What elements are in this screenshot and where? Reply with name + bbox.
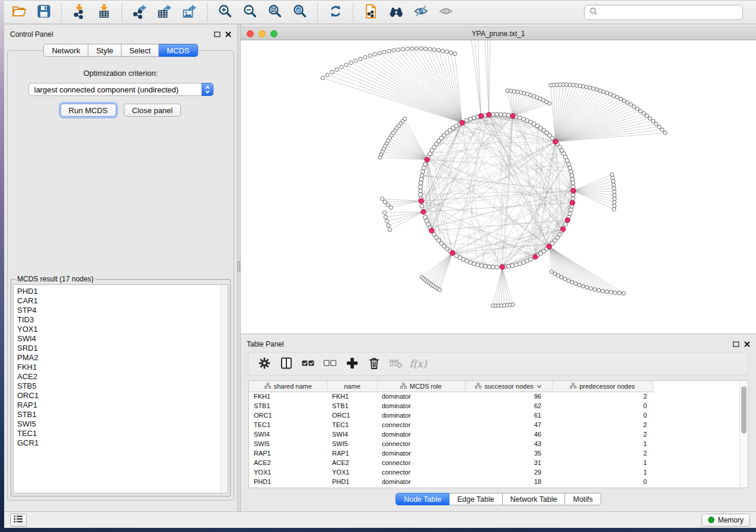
control-panel-tabs: Network Style Select MCDS bbox=[4, 44, 237, 57]
network-graph[interactable] bbox=[241, 40, 756, 334]
table-row[interactable]: SWI4SWI4dominator462 bbox=[249, 430, 653, 439]
tab-network-table[interactable]: Network Table bbox=[503, 493, 566, 505]
zoom-out-button[interactable] bbox=[240, 3, 260, 22]
control-panel: Control Panel Network Style Select MCDS … bbox=[4, 24, 237, 511]
import-network-button[interactable] bbox=[69, 3, 90, 22]
search-box[interactable] bbox=[584, 5, 743, 20]
zoom-in-icon bbox=[218, 4, 233, 21]
column-header-mcds-role[interactable]: MCDS role bbox=[377, 381, 465, 392]
network-canvas[interactable] bbox=[241, 40, 756, 334]
show-graphics-button[interactable] bbox=[436, 3, 456, 22]
close-window-icon[interactable] bbox=[247, 30, 254, 37]
mcds-result-listbox[interactable]: PHD1CAR1STP4TID3YOX1SWI4SRD1PMA2FKH1ACE2… bbox=[13, 284, 228, 493]
toolbar-separator bbox=[207, 3, 208, 21]
mcds-result-item[interactable]: ORC1 bbox=[17, 391, 228, 400]
mcds-list-scrollbar[interactable] bbox=[221, 285, 228, 493]
mcds-result-item[interactable]: FKH1 bbox=[17, 363, 228, 372]
table-row[interactable]: PHD1PHD1dominator180 bbox=[249, 477, 653, 486]
export-table-button[interactable] bbox=[155, 3, 175, 22]
export-image-button[interactable] bbox=[180, 3, 200, 22]
search-binoculars-button[interactable] bbox=[386, 3, 406, 22]
tab-edge-table[interactable]: Edge Table bbox=[449, 493, 502, 505]
close-panel-icon[interactable] bbox=[744, 341, 750, 347]
open-folder-icon bbox=[11, 4, 27, 21]
zoom-selected-button[interactable] bbox=[290, 3, 310, 22]
publish-document-button[interactable] bbox=[361, 3, 381, 22]
mcds-result-item[interactable]: RAP1 bbox=[17, 400, 228, 410]
table-row[interactable]: STB1STB1dominator620 bbox=[249, 401, 653, 411]
memory-button[interactable]: Memory bbox=[701, 514, 750, 527]
float-panel-icon[interactable] bbox=[733, 341, 739, 347]
open-file-button[interactable] bbox=[9, 3, 29, 22]
delete-column-button[interactable] bbox=[364, 355, 384, 373]
task-history-button[interactable] bbox=[10, 514, 27, 527]
mcds-buttons: Run MCDS Close panel bbox=[8, 104, 234, 117]
criterion-select[interactable]: largest connected component (undirected) bbox=[28, 83, 213, 96]
tab-motifs[interactable]: Motifs bbox=[565, 493, 601, 505]
mcds-result-item[interactable]: STB1 bbox=[17, 410, 228, 419]
table-row[interactable]: FKH1FKH1dominator962 bbox=[249, 392, 653, 401]
column-header-name[interactable]: name bbox=[327, 381, 377, 392]
desktop-wallpaper-left bbox=[0, 0, 4, 532]
tab-node-table[interactable]: Node Table bbox=[395, 493, 449, 505]
table-scrollbar-thumb[interactable] bbox=[741, 386, 747, 434]
tab-select[interactable]: Select bbox=[122, 44, 159, 57]
tree-icon bbox=[264, 383, 271, 390]
mcds-result-item[interactable]: PMA2 bbox=[17, 353, 228, 363]
table-row[interactable]: RAP1RAP1dominator352 bbox=[249, 448, 653, 458]
mcds-result-item[interactable]: PHD1 bbox=[17, 287, 228, 296]
mcds-result-item[interactable]: SRD1 bbox=[17, 344, 228, 353]
tab-mcds[interactable]: MCDS bbox=[159, 44, 197, 57]
select-all-button[interactable] bbox=[298, 355, 318, 373]
mcds-result-item[interactable]: ACE2 bbox=[17, 372, 228, 382]
hide-graphics-button[interactable] bbox=[411, 3, 431, 22]
delete-table-button[interactable] bbox=[386, 355, 406, 373]
mcds-result-item[interactable]: STB5 bbox=[17, 382, 228, 391]
table-row[interactable]: YOX1YOX1connector291 bbox=[249, 467, 653, 477]
table-row[interactable]: ACE2ACE2connector311 bbox=[249, 458, 653, 467]
import-table-button[interactable] bbox=[94, 3, 114, 22]
mcds-result-item[interactable]: SWI5 bbox=[17, 419, 228, 429]
float-panel-icon[interactable] bbox=[214, 31, 221, 37]
table-row[interactable]: TEC1TEC1connector472 bbox=[249, 420, 653, 430]
close-panel-icon[interactable] bbox=[225, 31, 231, 37]
save-session-button[interactable] bbox=[34, 3, 54, 22]
cytoscape-window: Control Panel Network Style Select MCDS … bbox=[4, 0, 756, 528]
search-input[interactable] bbox=[601, 7, 738, 17]
table-panel-title: Table Panel bbox=[247, 340, 733, 348]
toolbar-separator bbox=[122, 3, 122, 21]
mcds-result-item[interactable]: YOX1 bbox=[17, 325, 228, 334]
table-row[interactable]: SWI5SWI5connector431 bbox=[249, 439, 653, 448]
zoom-fit-button[interactable] bbox=[265, 3, 285, 22]
search-icon bbox=[589, 7, 598, 18]
add-column-button[interactable] bbox=[342, 355, 362, 373]
table-row[interactable]: ORC1ORC1dominator610 bbox=[249, 411, 653, 420]
mcds-result-item[interactable]: TEC1 bbox=[17, 429, 228, 438]
deselect-all-button[interactable] bbox=[320, 355, 340, 373]
mcds-result-item[interactable]: SWI4 bbox=[17, 334, 228, 344]
maximize-window-icon[interactable] bbox=[270, 30, 277, 37]
network-titlebar[interactable]: YPA_prune.txt_1 bbox=[241, 27, 756, 40]
mcds-result-item[interactable]: TID3 bbox=[17, 315, 228, 325]
minimize-window-icon[interactable] bbox=[259, 30, 266, 37]
column-header-shared-name[interactable]: shared name bbox=[249, 381, 327, 392]
export-network-button[interactable] bbox=[130, 3, 150, 22]
mcds-result-item[interactable]: GCR1 bbox=[17, 438, 228, 448]
run-mcds-button[interactable]: Run MCDS bbox=[60, 104, 116, 117]
show-columns-button[interactable] bbox=[276, 355, 296, 373]
column-header-predecessor-nodes[interactable]: predecessor nodes bbox=[552, 381, 653, 392]
mcds-result-item[interactable]: CAR1 bbox=[17, 296, 228, 306]
tab-network[interactable]: Network bbox=[43, 44, 88, 57]
tab-style[interactable]: Style bbox=[88, 44, 122, 57]
zoom-in-button[interactable] bbox=[215, 3, 235, 22]
column-header-successor-nodes[interactable]: successor nodes bbox=[465, 381, 552, 392]
table-scrollbar[interactable] bbox=[739, 382, 747, 487]
close-panel-button[interactable]: Close panel bbox=[124, 104, 181, 117]
refresh-layout-button[interactable] bbox=[326, 3, 346, 22]
mcds-result-item[interactable]: STP4 bbox=[17, 306, 228, 315]
settings-gear-button[interactable] bbox=[254, 355, 275, 373]
function-builder-button[interactable]: f(x) bbox=[408, 355, 428, 373]
import-network-icon bbox=[72, 4, 87, 21]
node-table: shared name name MCDS role successor nod… bbox=[249, 381, 653, 486]
splitter-grip-icon[interactable] bbox=[237, 261, 240, 271]
